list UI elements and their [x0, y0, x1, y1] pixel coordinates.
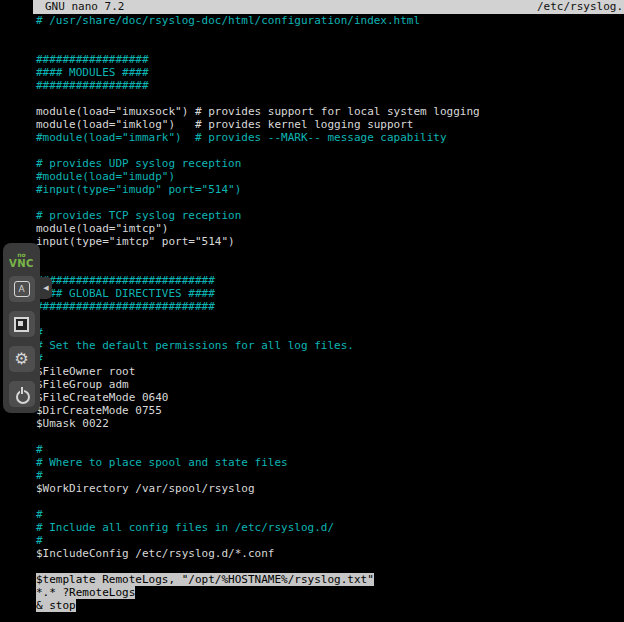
keyboard-icon: A [14, 281, 30, 297]
power-icon-bar [21, 387, 23, 394]
editor-line-text: $FileCreateMode 0640 [36, 391, 168, 404]
editor-line [36, 144, 624, 157]
editor-line: & stop [36, 599, 624, 612]
editor-line: ########################### [36, 300, 624, 313]
editor-lines: # /usr/share/doc/rsyslog-doc/html/config… [33, 14, 624, 612]
editor-line: *.* ?RemoteLogs [36, 586, 624, 599]
editor-line-text: $template RemoteLogs, "/opt/%HOSTNAME%/r… [36, 573, 374, 586]
editor-line: ################# [36, 53, 624, 66]
editor-line: #input(type="imudp" port="514") [36, 183, 624, 196]
editor-line-text: # /usr/share/doc/rsyslog-doc/html/config… [36, 14, 420, 27]
editor-line: # [36, 534, 624, 547]
nano-terminal[interactable]: GNU nano 7.2 /etc/rsyslog. # /usr/share/… [33, 0, 624, 622]
editor-line: $DirCreateMode 0755 [36, 404, 624, 417]
editor-line [36, 495, 624, 508]
editor-line: # [36, 443, 624, 456]
editor-line [36, 27, 624, 40]
fullscreen-icon [14, 317, 29, 332]
editor-line: # [36, 352, 624, 365]
editor-line [36, 560, 624, 573]
gear-icon: ⚙ [14, 351, 28, 367]
nano-version: GNU nano 7.2 [45, 0, 124, 14]
editor-line: $template RemoteLogs, "/opt/%HOSTNAME%/r… [36, 573, 624, 586]
editor-line-text: # Where to place spool and state files [36, 456, 288, 469]
editor-line: # [36, 326, 624, 339]
editor-line: $FileGroup adm [36, 378, 624, 391]
editor-line: # Set the default permissions for all lo… [36, 339, 624, 352]
editor-line: module(load="imtcp") [36, 222, 624, 235]
editor-line: ########################### [36, 274, 624, 287]
editor-line: # Where to place spool and state files [36, 456, 624, 469]
novnc-logo[interactable]: no VNC [9, 247, 34, 273]
editor-line: $FileOwner root [36, 365, 624, 378]
editor-line-text: #module(load="immark") # provides --MARK… [36, 131, 447, 144]
editor-line-text: #module(load="imudp") [36, 170, 175, 183]
editor-line: # [36, 469, 624, 482]
novnc-control-bar: no VNC A ⚙ [3, 243, 40, 413]
editor-line: $WorkDirectory /var/spool/rsyslog [36, 482, 624, 495]
collapse-arrow-icon: ◀ [43, 284, 48, 292]
editor-line-text: # provides UDP syslog reception [36, 157, 241, 170]
editor-line-text: $IncludeConfig /etc/rsyslog.d/*.conf [36, 547, 274, 560]
editor-line [36, 261, 624, 274]
editor-line [36, 248, 624, 261]
editor-line [36, 196, 624, 209]
editor-line-text: module(load="imtcp") [36, 222, 168, 235]
editor-line-text: & stop [36, 599, 76, 612]
editor-line-text: # [36, 469, 43, 482]
editor-line: # provides UDP syslog reception [36, 157, 624, 170]
editor-line-text: ########################### [36, 300, 215, 313]
editor-line-text: ########################### [36, 274, 215, 287]
editor-line-text: $Umask 0022 [36, 417, 109, 430]
editor-line: # Include all config files in /etc/rsysl… [36, 521, 624, 534]
editor-line: #module(load="immark") # provides --MARK… [36, 131, 624, 144]
editor-line: input(type="imtcp" port="514") [36, 235, 624, 248]
power-button[interactable] [9, 381, 35, 407]
editor-line-text: # provides TCP syslog reception [36, 209, 241, 222]
editor-line-text: *.* ?RemoteLogs [36, 586, 135, 599]
editor-line-text: #### GLOBAL DIRECTIVES #### [36, 287, 215, 300]
fullscreen-icon-inner [18, 321, 23, 326]
editor-line: module(load="imuxsock") # provides suppo… [36, 105, 624, 118]
editor-line: # [36, 508, 624, 521]
editor-line-text: ################# [36, 53, 149, 66]
editor-line: $Umask 0022 [36, 417, 624, 430]
nano-filename: /etc/rsyslog. [537, 0, 623, 14]
keyboard-button[interactable]: A [9, 276, 35, 302]
nano-titlebar: GNU nano 7.2 /etc/rsyslog. [33, 0, 624, 14]
novnc-collapse-handle[interactable]: ◀ [40, 277, 52, 299]
editor-line-text: ################# [36, 79, 149, 92]
editor-line: #module(load="imudp") [36, 170, 624, 183]
editor-line: #### GLOBAL DIRECTIVES #### [36, 287, 624, 300]
editor-line-text: module(load="imuxsock") # provides suppo… [36, 105, 480, 118]
editor-line [36, 313, 624, 326]
settings-button[interactable]: ⚙ [9, 346, 35, 372]
editor-line-text: #input(type="imudp" port="514") [36, 183, 241, 196]
editor-line: # provides TCP syslog reception [36, 209, 624, 222]
editor-line-text: module(load="imklog") # provides kernel … [36, 118, 414, 131]
editor-line: $FileCreateMode 0640 [36, 391, 624, 404]
editor-line-text: # [36, 443, 43, 456]
editor-line-text: # [36, 508, 43, 521]
editor-line-text: $FileGroup adm [36, 378, 129, 391]
editor-line [36, 40, 624, 53]
editor-line-text: $DirCreateMode 0755 [36, 404, 162, 417]
editor-line-text: #### MODULES #### [36, 66, 149, 79]
editor-line [36, 92, 624, 105]
editor-line: ################# [36, 79, 624, 92]
editor-line-text: # Include all config files in /etc/rsysl… [36, 521, 334, 534]
editor-line-text: input(type="imtcp" port="514") [36, 235, 235, 248]
fullscreen-button[interactable] [9, 311, 35, 337]
editor-line-text: # [36, 534, 43, 547]
editor-line-text: $FileOwner root [36, 365, 135, 378]
power-icon [15, 387, 29, 402]
editor-line-text: # Set the default permissions for all lo… [36, 339, 354, 352]
editor-line [36, 430, 624, 443]
editor-line: #### MODULES #### [36, 66, 624, 79]
keyboard-icon-letter: A [18, 284, 24, 294]
novnc-logo-text: VNC [9, 258, 34, 269]
editor-line-text: $WorkDirectory /var/spool/rsyslog [36, 482, 255, 495]
editor-line: # /usr/share/doc/rsyslog-doc/html/config… [36, 14, 624, 27]
editor-line: $IncludeConfig /etc/rsyslog.d/*.conf [36, 547, 624, 560]
editor-line: module(load="imklog") # provides kernel … [36, 118, 624, 131]
